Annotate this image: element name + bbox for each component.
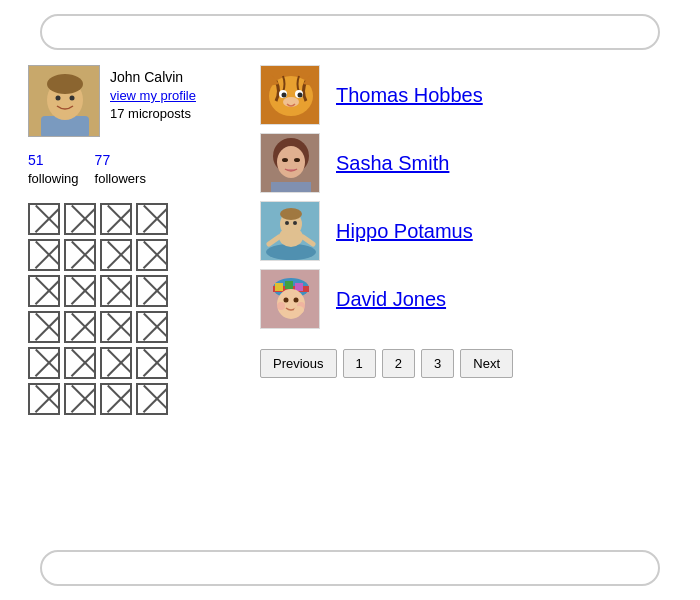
image-grid [28, 203, 228, 415]
search-input-bottom[interactable] [40, 550, 660, 586]
page-2-button[interactable]: 2 [382, 349, 415, 378]
person-item-2: Sasha Smith [260, 133, 670, 193]
grid-img-14[interactable] [64, 311, 96, 343]
user-details: John Calvin view my profile 17 micropost… [110, 65, 196, 121]
search-input-top[interactable] [40, 14, 660, 50]
grid-img-19[interactable] [100, 347, 132, 379]
grid-img-9[interactable] [28, 275, 60, 307]
svg-point-10 [282, 93, 287, 98]
previous-button[interactable]: Previous [260, 349, 337, 378]
person-photo-4 [260, 269, 320, 329]
svg-point-11 [298, 93, 303, 98]
person-name-2[interactable]: Sasha Smith [336, 152, 449, 175]
grid-img-16[interactable] [136, 311, 168, 343]
following-stat: 51 following [28, 151, 79, 187]
grid-img-21[interactable] [28, 383, 60, 415]
svg-point-19 [294, 158, 300, 162]
microposts-count: 17 microposts [110, 106, 196, 121]
user-name: John Calvin [110, 69, 196, 85]
grid-img-6[interactable] [64, 239, 96, 271]
person-name-3[interactable]: Hippo Potamus [336, 220, 473, 243]
person-photo-1 [260, 65, 320, 125]
svg-rect-20 [271, 182, 311, 193]
grid-img-18[interactable] [64, 347, 96, 379]
grid-img-15[interactable] [100, 311, 132, 343]
grid-img-11[interactable] [100, 275, 132, 307]
svg-point-25 [280, 208, 302, 220]
follow-stats: 51 following 77 followers [28, 151, 228, 187]
grid-img-20[interactable] [136, 347, 168, 379]
grid-img-4[interactable] [136, 203, 168, 235]
svg-point-26 [285, 221, 289, 225]
grid-img-8[interactable] [136, 239, 168, 271]
svg-point-39 [277, 302, 285, 310]
left-panel: John Calvin view my profile 17 micropost… [28, 65, 228, 415]
view-profile-link[interactable]: view my profile [110, 88, 196, 103]
grid-img-23[interactable] [100, 383, 132, 415]
followers-stat: 77 followers [95, 151, 146, 187]
svg-point-4 [56, 96, 61, 101]
grid-img-13[interactable] [28, 311, 60, 343]
following-count-link[interactable]: 51 [28, 152, 44, 168]
svg-rect-33 [275, 283, 283, 291]
avatar [28, 65, 100, 137]
grid-img-2[interactable] [64, 203, 96, 235]
grid-img-24[interactable] [136, 383, 168, 415]
next-button[interactable]: Next [460, 349, 513, 378]
svg-point-41 [294, 306, 304, 314]
person-photo-3 [260, 201, 320, 261]
grid-img-3[interactable] [100, 203, 132, 235]
page-3-button[interactable]: 3 [421, 349, 454, 378]
person-item-4: David Jones [260, 269, 670, 329]
person-item-1: Thomas Hobbes [260, 65, 670, 125]
page-1-button[interactable]: 1 [343, 349, 376, 378]
svg-point-18 [282, 158, 288, 162]
grid-img-12[interactable] [136, 275, 168, 307]
followers-label: followers [95, 171, 146, 186]
svg-point-38 [294, 298, 299, 303]
svg-point-17 [277, 146, 305, 178]
grid-img-10[interactable] [64, 275, 96, 307]
person-name-1[interactable]: Thomas Hobbes [336, 84, 483, 107]
person-item-3: Hippo Potamus [260, 201, 670, 261]
svg-point-5 [70, 96, 75, 101]
svg-point-3 [47, 74, 83, 94]
grid-img-1[interactable] [28, 203, 60, 235]
person-name-4[interactable]: David Jones [336, 288, 446, 311]
grid-img-5[interactable] [28, 239, 60, 271]
person-photo-2 [260, 133, 320, 193]
followers-count-link[interactable]: 77 [95, 152, 111, 168]
grid-img-17[interactable] [28, 347, 60, 379]
svg-rect-35 [295, 283, 303, 291]
grid-img-7[interactable] [100, 239, 132, 271]
grid-img-22[interactable] [64, 383, 96, 415]
svg-point-27 [293, 221, 297, 225]
svg-rect-34 [285, 281, 293, 289]
user-info: John Calvin view my profile 17 micropost… [28, 65, 228, 137]
following-label: following [28, 171, 79, 186]
svg-point-37 [284, 298, 289, 303]
right-panel: Thomas Hobbes Sasha Smith [260, 65, 670, 378]
pagination: Previous 1 2 3 Next [260, 349, 670, 378]
